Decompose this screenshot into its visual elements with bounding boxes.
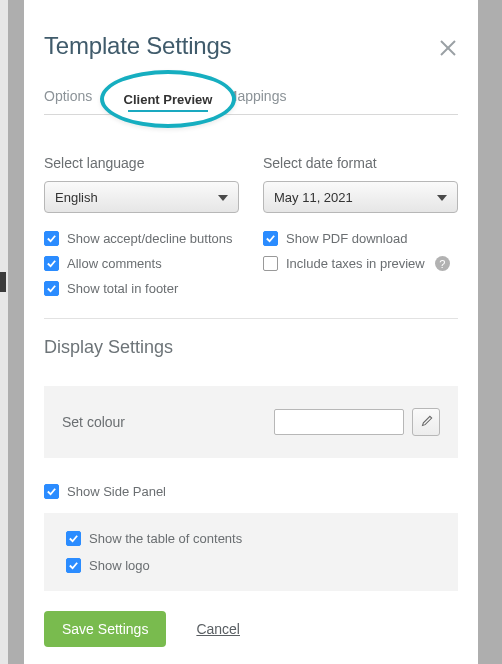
help-icon[interactable]: ? bbox=[435, 256, 450, 271]
check-label: Show accept/decline buttons bbox=[67, 231, 233, 246]
checkbox-icon bbox=[44, 281, 59, 296]
language-label: Select language bbox=[44, 155, 239, 171]
check-label: Show PDF download bbox=[286, 231, 407, 246]
tab-client-preview[interactable]: Client Preview bbox=[114, 88, 203, 114]
tab-options[interactable]: Options bbox=[44, 88, 92, 114]
check-accept-decline[interactable]: Show accept/decline buttons bbox=[44, 231, 239, 246]
save-button[interactable]: Save Settings bbox=[44, 611, 166, 647]
side-panel-sub: Show the table of contents Show logo bbox=[44, 513, 458, 591]
language-value: English bbox=[55, 190, 98, 205]
app-background bbox=[0, 0, 8, 664]
checkbox-icon bbox=[263, 231, 278, 246]
checkbox-icon bbox=[44, 256, 59, 271]
template-settings-modal: Template Settings Options Client Preview… bbox=[24, 0, 478, 664]
date-format-label: Select date format bbox=[263, 155, 458, 171]
checkbox-icon bbox=[66, 531, 81, 546]
display-settings-title: Display Settings bbox=[44, 337, 458, 358]
check-label: Show total in footer bbox=[67, 281, 178, 296]
date-format-value: May 11, 2021 bbox=[274, 190, 353, 205]
cancel-link[interactable]: Cancel bbox=[196, 621, 240, 637]
check-total-footer[interactable]: Show total in footer bbox=[44, 281, 239, 296]
sidebar-notch bbox=[0, 272, 6, 292]
check-label: Show logo bbox=[89, 558, 150, 573]
check-show-side-panel[interactable]: Show Side Panel bbox=[44, 484, 458, 499]
page-title: Template Settings bbox=[44, 32, 458, 60]
eyedropper-icon bbox=[419, 415, 433, 429]
check-pdf-download[interactable]: Show PDF download bbox=[263, 231, 458, 246]
check-label: Include taxes in preview bbox=[286, 256, 425, 271]
check-label: Show Side Panel bbox=[67, 484, 166, 499]
check-include-taxes[interactable]: Include taxes in preview ? bbox=[263, 256, 458, 271]
checkbox-icon bbox=[44, 484, 59, 499]
set-colour-panel: Set colour bbox=[44, 386, 458, 458]
tab-mappings[interactable]: Mappings bbox=[226, 88, 287, 114]
divider bbox=[44, 318, 458, 319]
set-colour-label: Set colour bbox=[62, 414, 125, 430]
check-show-toc[interactable]: Show the table of contents bbox=[66, 531, 436, 546]
checkbox-icon bbox=[44, 231, 59, 246]
colour-input[interactable] bbox=[274, 409, 404, 435]
check-label: Allow comments bbox=[67, 256, 162, 271]
check-label: Show the table of contents bbox=[89, 531, 242, 546]
colour-picker-button[interactable] bbox=[412, 408, 440, 436]
close-icon bbox=[438, 38, 458, 58]
close-button[interactable] bbox=[438, 38, 458, 58]
check-show-logo[interactable]: Show logo bbox=[66, 558, 436, 573]
checkbox-icon bbox=[66, 558, 81, 573]
check-allow-comments[interactable]: Allow comments bbox=[44, 256, 239, 271]
checkbox-icon bbox=[263, 256, 278, 271]
date-format-select[interactable]: May 11, 2021 bbox=[263, 181, 458, 213]
language-select[interactable]: English bbox=[44, 181, 239, 213]
tab-bar: Options Client Preview Mappings bbox=[44, 88, 458, 115]
